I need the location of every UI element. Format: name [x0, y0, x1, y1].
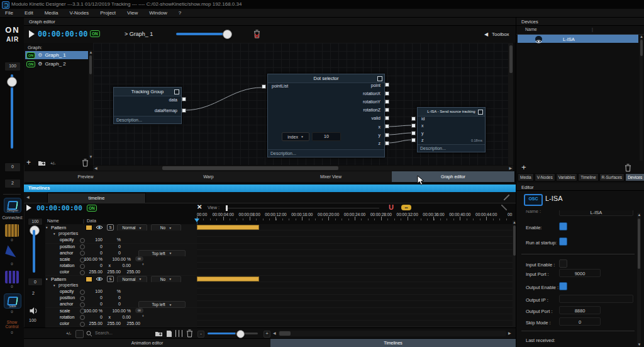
property-value[interactable]: 255.00: [85, 270, 103, 274]
tab-media[interactable]: Media: [518, 173, 534, 181]
input-port-x[interactable]: [411, 123, 416, 128]
add-remove-button[interactable]: +/-: [66, 331, 71, 336]
canvas-hscrollbar[interactable]: ◀ ▶: [93, 166, 513, 171]
master-fader-min[interactable]: 0: [4, 162, 21, 172]
input-port-id[interactable]: [411, 117, 416, 121]
graph-list-scrollbar[interactable]: ▲ ▼: [89, 50, 92, 159]
tab-vnodes[interactable]: V-Nodes: [535, 173, 555, 181]
matrix-icon[interactable]: [5, 271, 19, 283]
timeline-ruler[interactable]: 00:00 00:00:04:00 00:00:08:00 00:00:12:0…: [197, 212, 513, 220]
keyframe-clock-icon[interactable]: [80, 270, 85, 275]
tab-graph-editor[interactable]: Graph editor: [392, 171, 515, 182]
property-value[interactable]: 0: [85, 302, 103, 306]
keyframe-clock-icon[interactable]: [80, 251, 85, 256]
led-screen-icon[interactable]: [5, 224, 19, 237]
output-port-y[interactable]: [385, 133, 389, 137]
delete-icon[interactable]: [186, 329, 193, 338]
tab-preview[interactable]: Preview: [24, 171, 148, 182]
timeline-play-button[interactable]: [26, 205, 31, 211]
property-value[interactable]: 255.00: [104, 270, 121, 274]
output-port-rotationz[interactable]: [385, 108, 389, 112]
link-icon[interactable]: ∞: [135, 256, 143, 261]
keyframe-clock-icon[interactable]: [80, 296, 85, 301]
property-value[interactable]: 0: [104, 302, 121, 306]
tab-mixer-view[interactable]: Mixer View: [270, 171, 392, 182]
tab-timeline[interactable]: Timeline: [578, 173, 598, 181]
search-input[interactable]: [94, 330, 140, 336]
output-port-point[interactable]: [385, 82, 389, 87]
keyframe-clock-icon[interactable]: [80, 290, 85, 295]
menu-edit[interactable]: Edit: [25, 10, 33, 16]
output-port-data[interactable]: [182, 97, 186, 101]
run-at-startup-checkbox[interactable]: [559, 237, 567, 246]
node-description[interactable]: Description...: [268, 149, 384, 157]
menu-file[interactable]: File: [5, 10, 13, 16]
output-port-x[interactable]: [385, 124, 389, 128]
node-graph-canvas[interactable]: Tracking Group data dataRemap Descriptio…: [93, 43, 508, 165]
property-value[interactable]: 100.00 %: [106, 257, 131, 261]
menu-window[interactable]: Window: [149, 10, 167, 16]
graph2-on-badge[interactable]: ON: [26, 61, 35, 67]
devices-scrollbar[interactable]: ▲: [640, 35, 643, 161]
input-port-field[interactable]: 9000: [559, 269, 601, 277]
node-title[interactable]: L-ISA - Send source tracking: [418, 108, 485, 117]
node-tracking-group[interactable]: Tracking Group data dataRemap Descriptio…: [113, 87, 182, 124]
output-ip-field[interactable]: [559, 295, 633, 303]
property-value[interactable]: 255.00: [122, 321, 140, 326]
timeline-on-badge[interactable]: ON: [87, 205, 97, 212]
node-enable-checkbox[interactable]: [174, 89, 179, 94]
property-value[interactable]: 0: [85, 295, 103, 300]
graph-on-badge[interactable]: ON: [90, 30, 100, 37]
node-enable-checkbox[interactable]: [377, 76, 382, 81]
add-folder-icon[interactable]: [38, 160, 46, 166]
keyframe-clock-icon[interactable]: [80, 238, 85, 243]
property-value[interactable]: 0: [104, 295, 121, 300]
menu-help[interactable]: ?: [179, 10, 181, 16]
timeline-tab[interactable]: timeline: [47, 193, 146, 203]
zoom-out-button[interactable]: -: [197, 331, 204, 338]
mixer-icon[interactable]: [175, 330, 183, 337]
tab-warp[interactable]: Warp: [147, 171, 270, 182]
graph1-on-badge[interactable]: ON: [26, 52, 35, 59]
loop-toggle-icon[interactable]: ∞: [401, 205, 411, 210]
node-title[interactable]: Dot selector: [268, 74, 384, 83]
index-value-field[interactable]: 10: [312, 132, 341, 141]
property-value[interactable]: 0: [104, 251, 121, 255]
property-value[interactable]: 0.00: [113, 263, 131, 268]
editor-scrollbar[interactable]: ▲ ▼: [637, 213, 641, 346]
toolbox-button[interactable]: Toolbox: [492, 31, 509, 37]
menu-project[interactable]: Project: [100, 10, 116, 16]
zoom-in-button[interactable]: +: [264, 331, 270, 338]
index-mode-select[interactable]: index▼: [282, 132, 309, 141]
menu-view[interactable]: View: [127, 10, 138, 16]
master-fader-knob[interactable]: [7, 77, 17, 87]
timeline-zoom-slider[interactable]: [208, 333, 258, 334]
keyframe-clock-icon[interactable]: [80, 322, 85, 327]
show-control-label[interactable]: Show Control: [0, 320, 24, 329]
master-fader-value[interactable]: 100: [4, 62, 21, 71]
speaker-icon[interactable]: [29, 307, 38, 314]
output-port-field[interactable]: 8880: [559, 306, 601, 314]
tab-timelines[interactable]: Timelines: [270, 338, 516, 347]
property-value[interactable]: 0: [85, 251, 103, 255]
property-value[interactable]: 255.00: [85, 321, 103, 326]
visibility-eye-icon[interactable]: [96, 225, 103, 230]
input-port-pointlist[interactable]: [262, 84, 266, 89]
delete-graph-icon[interactable]: [82, 159, 89, 167]
keyframe-clock-icon[interactable]: [80, 244, 85, 249]
hscroll-left-icon[interactable]: ◀: [273, 331, 276, 335]
delete-device-icon[interactable]: [625, 164, 631, 172]
clip-pattern-2[interactable]: [197, 276, 259, 282]
device-eye-icon[interactable]: [535, 36, 542, 42]
node-lisa-send-source-tracking[interactable]: L-ISA - Send source tracking id x y z 0.…: [417, 107, 486, 152]
output-enable-checkbox[interactable]: [559, 282, 567, 290]
property-value[interactable]: 100.00 %: [81, 257, 103, 261]
tab-r-surfaces[interactable]: R-Surfaces: [599, 173, 625, 181]
property-value[interactable]: 100.00 %: [81, 309, 103, 313]
close-view-icon[interactable]: ✕: [197, 204, 202, 210]
property-value[interactable]: 0: [85, 244, 103, 249]
clip-pattern-1[interactable]: [197, 225, 259, 230]
property-value[interactable]: 100: [85, 237, 103, 242]
property-value[interactable]: 100: [85, 289, 103, 293]
tab-animation-editor[interactable]: Animation editor: [24, 338, 270, 347]
